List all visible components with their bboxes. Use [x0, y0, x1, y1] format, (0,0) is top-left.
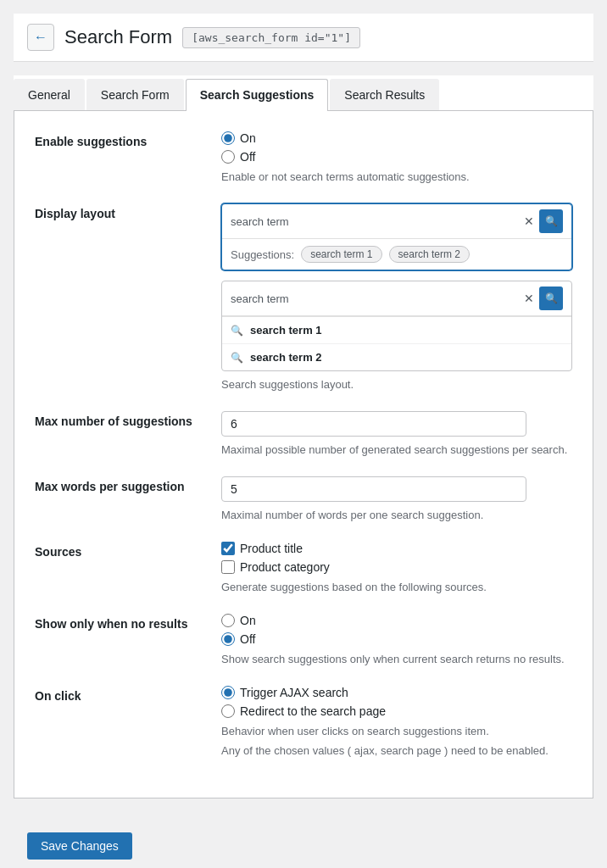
layout1-chip-2[interactable]: search term 2 [389, 246, 470, 263]
max-words-input[interactable] [221, 476, 526, 502]
show-when-no-results-help: Show search suggestions only when curren… [221, 653, 572, 665]
page-footer: Save Changes [14, 819, 593, 868]
display-layout-content: ✕ 🔍 Suggestions: search term 1 search te… [221, 203, 572, 391]
sources-content: Product title Product category Generate … [221, 542, 572, 593]
sources-help: Generate suggestions based on the follow… [221, 581, 572, 593]
layout1-chip-1[interactable]: search term 1 [301, 246, 381, 263]
enable-suggestions-on-option[interactable]: On [221, 131, 572, 145]
enable-suggestions-on-radio[interactable] [221, 131, 235, 145]
layout-preview-inline[interactable]: ✕ 🔍 Suggestions: search term 1 search te… [221, 203, 572, 270]
enable-suggestions-content: On Off Enable or not search terms automa… [221, 131, 572, 183]
on-click-label: On click [35, 686, 204, 703]
show-no-results-off-label: Off [240, 632, 255, 646]
on-click-help-2: Any of the chosen values ( ajax, search … [221, 744, 572, 757]
content-area: Enable suggestions On Off Enable or not … [14, 111, 593, 798]
max-words-field: Max words per suggestion Maximal number … [35, 476, 572, 521]
max-suggestions-input[interactable] [221, 411, 526, 437]
on-click-redirect-radio[interactable] [221, 704, 235, 718]
source-product-title-text: Product title [240, 542, 303, 555]
show-no-results-on-label: On [240, 614, 256, 627]
on-click-redirect-option[interactable]: Redirect to the search page [221, 704, 572, 718]
sugg-item-1-text: search term 1 [250, 324, 322, 337]
on-click-radio-group: Trigger AJAX search Redirect to the sear… [221, 686, 572, 718]
source-product-category-text: Product category [240, 560, 330, 574]
layout1-suggestions: Suggestions: search term 1 search term 2 [222, 239, 571, 270]
display-layout-label: Display layout [35, 203, 204, 220]
sugg-item-2-text: search term 2 [250, 351, 322, 364]
shortcode-badge: [aws_search_form id="1"] [182, 27, 360, 48]
show-no-results-on-radio[interactable] [221, 614, 235, 627]
layout2-search-btn: 🔍 [539, 287, 563, 310]
display-layout-field: Display layout ✕ 🔍 Suggestions: search t… [35, 203, 572, 391]
show-when-no-results-content: On Off Show search suggestions only when… [221, 614, 572, 665]
on-click-content: Trigger AJAX search Redirect to the sear… [221, 686, 572, 757]
source-product-category-option[interactable]: Product category [221, 560, 572, 574]
tab-search-results[interactable]: Search Results [330, 79, 439, 110]
enable-suggestions-radio-group: On Off [221, 131, 572, 164]
layout2-sugg-item-2[interactable]: 🔍 search term 2 [222, 344, 571, 370]
enable-suggestions-label: Enable suggestions [35, 131, 204, 148]
layout1-search-btn: 🔍 [539, 209, 563, 233]
on-click-ajax-radio[interactable] [221, 686, 235, 699]
source-product-title-checkbox[interactable] [221, 542, 235, 555]
enable-suggestions-off-radio[interactable] [221, 150, 235, 164]
sources-field: Sources Product title Product category G… [35, 542, 572, 593]
layout1-search-bar: ✕ 🔍 [222, 204, 571, 239]
source-product-title-option[interactable]: Product title [221, 542, 572, 555]
back-button[interactable]: ← [27, 24, 54, 51]
tab-general[interactable]: General [14, 79, 85, 110]
enable-suggestions-off-label: Off [240, 150, 255, 164]
on-click-ajax-option[interactable]: Trigger AJAX search [221, 686, 572, 699]
layout1-clear-icon: ✕ [524, 214, 534, 228]
show-no-results-on-option[interactable]: On [221, 614, 572, 627]
layout-preview-dropdown[interactable]: ✕ 🔍 🔍 search term 1 🔍 search term 2 [221, 281, 572, 371]
sources-label: Sources [35, 542, 204, 559]
max-suggestions-help: Maximal possible number of generated sea… [221, 443, 572, 456]
layout2-suggestions: 🔍 search term 1 🔍 search term 2 [222, 316, 571, 370]
max-suggestions-field: Max number of suggestions Maximal possib… [35, 411, 572, 456]
max-words-label: Max words per suggestion [35, 476, 204, 493]
page-title: Search Form [64, 26, 172, 48]
enable-suggestions-on-label: On [240, 131, 256, 145]
show-when-no-results-field: Show only when no results On Off Show se… [35, 614, 572, 665]
layout2-sugg-item-1[interactable]: 🔍 search term 1 [222, 317, 571, 344]
tab-search-form[interactable]: Search Form [86, 79, 184, 110]
on-click-ajax-label: Trigger AJAX search [240, 686, 348, 699]
tab-search-suggestions[interactable]: Search Suggestions [186, 79, 329, 111]
sources-checkbox-group: Product title Product category [221, 542, 572, 574]
sugg-search-icon-1: 🔍 [231, 325, 243, 337]
max-words-help: Maximal number of words per one search s… [221, 509, 572, 521]
max-suggestions-label: Max number of suggestions [35, 411, 204, 428]
show-no-results-off-radio[interactable] [221, 632, 235, 646]
display-layout-help: Search suggestions layout. [221, 378, 572, 391]
on-click-help-1: Behavior when user clicks on search sugg… [221, 725, 572, 737]
show-when-no-results-label: Show only when no results [35, 614, 204, 631]
layout2-clear-icon: ✕ [524, 292, 534, 305]
source-product-category-checkbox[interactable] [221, 560, 235, 574]
layout2-search-bar: ✕ 🔍 [222, 281, 571, 316]
layout2-search-input [231, 292, 519, 305]
enable-suggestions-field: Enable suggestions On Off Enable or not … [35, 131, 572, 183]
on-click-field: On click Trigger AJAX search Redirect to… [35, 686, 572, 757]
tabs-bar: General Search Form Search Suggestions S… [14, 75, 593, 111]
show-no-results-off-option[interactable]: Off [221, 632, 572, 646]
page-header: ← Search Form [aws_search_form id="1"] [14, 14, 593, 62]
layout-previews: ✕ 🔍 Suggestions: search term 1 search te… [221, 203, 572, 371]
max-words-content: Maximal number of words per one search s… [221, 476, 572, 521]
save-changes-button[interactable]: Save Changes [27, 832, 132, 860]
layout1-search-input [231, 215, 519, 228]
show-when-no-results-radio-group: On Off [221, 614, 572, 646]
on-click-redirect-label: Redirect to the search page [240, 704, 386, 718]
max-suggestions-content: Maximal possible number of generated sea… [221, 411, 572, 456]
sugg-search-icon-2: 🔍 [231, 352, 243, 364]
enable-suggestions-off-option[interactable]: Off [221, 150, 572, 164]
enable-suggestions-help: Enable or not search terms automatic sug… [221, 170, 572, 183]
layout1-sugg-label: Suggestions: [231, 248, 294, 261]
